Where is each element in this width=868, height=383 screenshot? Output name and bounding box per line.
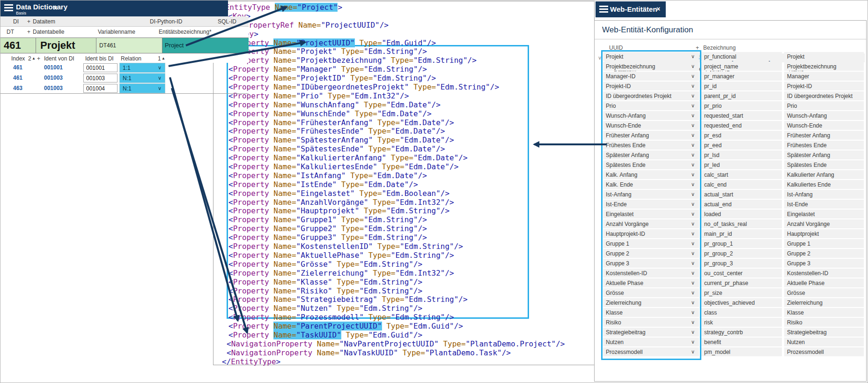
name-cell[interactable]: Gruppe 1 [784, 239, 864, 248]
python-id-cell[interactable]: objectives_achieved [701, 298, 782, 307]
close-icon[interactable]: × [656, 5, 660, 13]
chevron-down-icon[interactable]: ∨ [691, 300, 695, 306]
dt-number-cell[interactable]: 461 [0, 38, 36, 53]
python-id-cell[interactable]: pr_group_2 [701, 249, 782, 258]
chevron-down-icon[interactable]: ∨ [158, 85, 162, 91]
dataitem-dropdown[interactable]: Risiko∨ [603, 318, 699, 327]
dataitem-dropdown[interactable]: Projekt∨ [603, 52, 699, 61]
entitaetsbezeichnung-cell[interactable]: Project [162, 38, 249, 53]
dataitem-dropdown[interactable]: Gruppe 3∨ [603, 259, 699, 268]
chevron-down-icon[interactable]: ∨ [691, 329, 695, 335]
python-id-cell[interactable]: requested_start [701, 111, 782, 120]
plus-icon[interactable]: + [37, 55, 40, 62]
chevron-down-icon[interactable]: ∨ [691, 211, 695, 217]
dataitem-dropdown[interactable]: Kostenstellen-ID∨ [603, 269, 699, 278]
python-id-cell[interactable]: no_of_tasks_real [701, 219, 782, 228]
dataitem-dropdown[interactable]: Frühestes Ende∨ [603, 141, 699, 150]
chevron-down-icon[interactable]: ∨ [691, 162, 695, 168]
name-cell[interactable]: Eingelastet [784, 210, 864, 218]
python-id-cell[interactable]: pm_model [701, 347, 782, 356]
chevron-down-icon[interactable]: ∨ [691, 250, 695, 256]
python-id-cell[interactable]: pr_group_1 [701, 239, 782, 248]
variablenname-cell[interactable]: DT461 [96, 38, 162, 53]
name-cell[interactable]: Kostenstellen-ID [784, 269, 864, 278]
plus-icon[interactable]: + [696, 45, 699, 51]
dataitem-dropdown[interactable]: Gruppe 2∨ [603, 249, 699, 258]
python-id-cell[interactable]: parent_pr_id [701, 91, 782, 100]
python-id-cell[interactable]: strategy_contrb [701, 328, 782, 337]
dataitem-dropdown[interactable]: Spätestes Ende∨ [603, 160, 699, 169]
dataitem-dropdown[interactable]: Grösse∨ [603, 288, 699, 297]
dataitem-dropdown[interactable]: Klasse∨ [603, 308, 699, 317]
chevron-down-icon[interactable]: ∨ [691, 280, 695, 286]
ident-von-di-cell[interactable]: 001001 [44, 64, 63, 71]
python-id-cell[interactable]: pr_esd [701, 131, 782, 140]
dataitem-dropdown[interactable]: Anzahl Vorgänge∨ [603, 219, 699, 228]
chevron-down-icon[interactable]: ∨ [691, 103, 695, 109]
dataitem-dropdown[interactable]: Eingelastet∨ [603, 210, 699, 218]
python-id-cell[interactable]: main_pr_id [701, 229, 782, 238]
python-id-cell[interactable]: risk [701, 318, 782, 327]
python-id-cell[interactable]: class [701, 308, 782, 317]
chevron-down-icon[interactable]: ∨ [691, 53, 695, 60]
relation-dropdown[interactable]: N:1∨ [119, 83, 165, 93]
chevron-down-icon[interactable]: ∨ [691, 221, 695, 227]
python-id-cell[interactable]: pr_eed [701, 141, 782, 150]
name-cell[interactable]: Wunsch-Anfang [784, 111, 864, 120]
python-id-cell[interactable]: pr_manager [701, 72, 782, 81]
ident-bis-di-field[interactable]: 001001 [83, 63, 118, 72]
name-cell[interactable]: Strategiebeitrag [784, 328, 864, 337]
name-cell[interactable]: Projekt-ID [784, 82, 864, 90]
index-cell[interactable]: 461 [13, 64, 22, 71]
chevron-down-icon[interactable]: ∨ [691, 172, 695, 178]
name-cell[interactable]: Kalkulierter Anfang [784, 170, 864, 179]
dataitem-dropdown[interactable]: Ist-Ende∨ [603, 200, 699, 209]
chevron-down-icon[interactable]: ∨ [691, 113, 695, 119]
dataitem-dropdown[interactable]: Prozessmodell∨ [603, 347, 699, 356]
python-id-cell[interactable]: pr_id [701, 82, 782, 90]
chevron-down-icon[interactable]: ∨ [691, 93, 695, 99]
dataitem-dropdown[interactable]: Projektbezeichnung∨ [603, 62, 699, 71]
dataitem-dropdown[interactable]: Spätester Anfang∨ [603, 150, 699, 159]
python-id-cell[interactable]: pr_prio [701, 101, 782, 110]
expander-chevron-icon[interactable]: ∨ [598, 55, 602, 61]
dataitem-dropdown[interactable]: Kalk. Ende∨ [603, 180, 699, 189]
python-id-cell[interactable]: project_name [701, 62, 782, 71]
name-cell[interactable]: Aktuelle Phase [784, 278, 864, 287]
name-cell[interactable]: Wunsch-Ende [784, 121, 864, 130]
index-cell[interactable]: 463 [13, 85, 22, 91]
chevron-down-icon[interactable]: ∨ [691, 63, 695, 69]
chevron-down-icon[interactable]: ∨ [691, 142, 695, 148]
dataitem-dropdown[interactable]: Frühester Anfang∨ [603, 131, 699, 140]
chevron-down-icon[interactable]: ∨ [691, 73, 695, 79]
name-cell[interactable]: Zielerreichung [784, 298, 864, 307]
name-cell[interactable]: Ist-Anfang [784, 190, 864, 199]
dataitem-dropdown[interactable]: Wunsch-Ende∨ [603, 121, 699, 130]
chevron-down-icon[interactable]: ∨ [691, 339, 695, 345]
python-id-cell[interactable]: actual_end [701, 200, 782, 209]
chevron-down-icon[interactable]: ∨ [691, 201, 695, 207]
relation-dropdown[interactable]: N:1∨ [119, 73, 165, 83]
name-cell[interactable]: Projektbezeichnung [784, 62, 864, 71]
python-id-cell[interactable]: benefit [701, 338, 782, 346]
chevron-down-icon[interactable]: ∨ [158, 75, 162, 81]
ident-von-di-cell[interactable]: 001003 [44, 85, 63, 91]
name-cell[interactable]: Anzahl Vorgänge [784, 219, 864, 228]
data-dictionary-tab[interactable]: Data Dictionary × Basis [0, 0, 228, 16]
python-id-cell[interactable]: requested_end [701, 121, 782, 130]
dataitem-dropdown[interactable]: Aktuelle Phase∨ [603, 278, 699, 287]
python-id-cell[interactable]: actual_start [701, 190, 782, 199]
name-cell[interactable]: Hauptprojekt [784, 229, 864, 238]
plus-icon[interactable]: + [27, 18, 30, 25]
name-cell[interactable]: Spätestes Ende [784, 160, 864, 169]
name-cell[interactable]: Grösse [784, 288, 864, 297]
chevron-down-icon[interactable]: ∨ [691, 240, 695, 247]
chevron-down-icon[interactable]: ∨ [691, 122, 695, 128]
datentabelle-cell[interactable]: Projekt [36, 38, 96, 53]
chevron-down-icon[interactable]: ∨ [691, 181, 695, 188]
name-cell[interactable]: Gruppe 3 [784, 259, 864, 268]
menu-icon[interactable] [4, 4, 13, 12]
chevron-down-icon[interactable]: ∨ [691, 231, 695, 237]
dataitem-dropdown[interactable]: Prio∨ [603, 101, 699, 110]
name-cell[interactable]: Projekt [784, 52, 864, 61]
